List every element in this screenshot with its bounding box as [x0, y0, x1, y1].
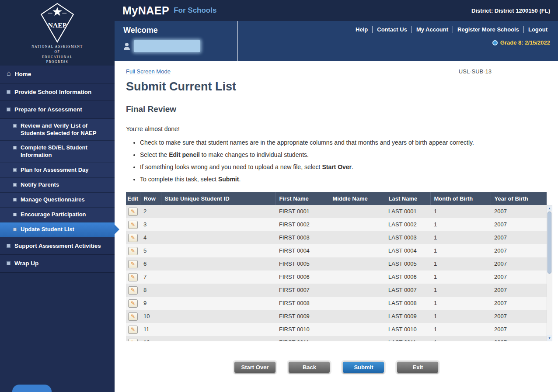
cell-last-name: LAST 0009 — [385, 310, 430, 323]
sidebar-item-label: Home — [15, 70, 31, 78]
register-more-schools-link[interactable]: Register More Schools — [453, 26, 523, 33]
edit-row-button[interactable]: ✎ — [128, 299, 138, 308]
submit-button[interactable]: Submit — [342, 361, 384, 373]
cell-row: 10 — [140, 310, 161, 323]
cell-middle-name — [329, 297, 385, 310]
edit-cell: ✎ — [126, 257, 140, 271]
scroll-up-button[interactable]: ▲ — [547, 205, 552, 211]
cell-last-name: LAST 0001 — [385, 205, 430, 218]
edit-row-button[interactable]: ✎ — [128, 312, 138, 321]
sidebar-item-plan-for-assessment-day[interactable]: Plan for Assessment Day — [0, 163, 115, 178]
cell-month: 1 — [430, 257, 491, 271]
sidebar-item-manage-questionnaires[interactable]: Manage Questionnaires — [0, 193, 115, 208]
edit-row-button[interactable]: ✎ — [128, 234, 138, 242]
scroll-down-button[interactable]: ▼ — [547, 335, 552, 341]
exit-button[interactable]: Exit — [397, 361, 439, 373]
sidebar-item-complete-sdel-student-information[interactable]: Complete SD/EL Student Information — [0, 141, 115, 163]
cell-middle-name — [329, 323, 385, 336]
sidebar-item-encourage-participation[interactable]: Encourage Participation — [0, 208, 115, 222]
cell-state-id — [161, 310, 276, 323]
edit-row-button[interactable]: ✎ — [128, 221, 138, 229]
sidebar-item-wrap-up[interactable]: Wrap Up — [0, 255, 115, 273]
column-header-first-name: First Name — [276, 192, 329, 205]
edit-row-button[interactable]: ✎ — [128, 326, 138, 334]
scroll-up-icon: ▲ — [548, 207, 551, 210]
edit-row-button[interactable]: ✎ — [128, 260, 138, 268]
pencil-icon: ✎ — [131, 261, 135, 267]
sidebar-item-support-assessment-activities[interactable]: Support Assessment Activities — [0, 237, 115, 255]
cell-state-id — [161, 257, 276, 271]
sidebar-item-label: Manage Questionnaires — [21, 196, 85, 204]
cell-state-id — [161, 297, 276, 310]
menu-bullet-icon — [13, 183, 17, 187]
user-name-redacted — [134, 40, 200, 52]
instructions-list: Check to make sure that student names ar… — [129, 138, 500, 184]
edit-cell: ✎ — [126, 310, 140, 323]
logo-acronym: NAEP — [48, 21, 67, 29]
section-title: Final Review — [126, 104, 547, 114]
edit-row-button[interactable]: ✎ — [128, 247, 138, 255]
cell-first-name: FIRST 0011 — [276, 336, 329, 341]
pencil-icon: ✎ — [131, 340, 135, 341]
edit-row-button[interactable]: ✎ — [128, 339, 138, 342]
cell-first-name: FIRST 0003 — [276, 231, 329, 244]
edit-row-button[interactable]: ✎ — [128, 273, 138, 281]
welcome-header: Welcome Help Contact Us My Account Regis… — [115, 21, 558, 61]
sidebar-item-provide-school-information[interactable]: Provide School Information — [0, 83, 115, 101]
cell-month: 1 — [430, 310, 491, 323]
edit-row-button[interactable]: ✎ — [128, 286, 138, 295]
cell-year: 2007 — [491, 205, 547, 218]
cell-middle-name — [329, 271, 385, 284]
table-row: ✎9FIRST 0008LAST 000812007 — [126, 297, 547, 310]
user-info — [123, 40, 200, 52]
cell-row: 9 — [140, 297, 161, 310]
column-header-edit: Edit — [126, 192, 140, 205]
cell-year: 2007 — [491, 271, 547, 284]
logout-link[interactable]: Logout — [523, 26, 552, 33]
back-button[interactable]: Back — [288, 361, 330, 373]
cell-first-name: FIRST 0010 — [276, 323, 329, 336]
cell-last-name: LAST 0003 — [385, 231, 430, 244]
cell-state-id — [161, 271, 276, 284]
bottom-left-partial-button[interactable] — [12, 385, 52, 392]
sidebar-item-review-and-verify-list[interactable]: Review and Verify List of Students Selec… — [0, 119, 115, 141]
cell-last-name: LAST 0006 — [385, 271, 430, 284]
sidebar-item-prepare-for-assessment[interactable]: Prepare for Assessment — [0, 101, 115, 119]
cell-year: 2007 — [491, 310, 547, 323]
help-link[interactable]: Help — [351, 26, 372, 33]
table-scrollbar[interactable]: ▲ ▼ — [547, 205, 552, 341]
full-screen-mode-link[interactable]: Full Screen Mode — [126, 68, 171, 75]
sidebar-item-home[interactable]: ⌂ Home — [0, 66, 115, 83]
contact-us-link[interactable]: Contact Us — [372, 26, 412, 33]
top-header: MyNAEP For Schools District: District 12… — [115, 0, 558, 21]
brand-title: MyNAEP — [122, 4, 169, 17]
start-over-button[interactable]: Start Over — [234, 361, 276, 373]
cell-row: 6 — [140, 257, 161, 271]
cell-month: 1 — [430, 271, 491, 284]
cell-year: 2007 — [491, 257, 547, 271]
sidebar-item-notify-parents[interactable]: Notify Parents — [0, 178, 115, 193]
intro-text: You're almost done! — [126, 125, 547, 132]
pencil-icon: ✎ — [131, 274, 135, 280]
cell-first-name: FIRST 0008 — [276, 297, 329, 310]
sidebar-item-label: Encourage Participation — [21, 211, 86, 219]
my-account-link[interactable]: My Account — [412, 26, 453, 33]
table-row: ✎6FIRST 0005LAST 000512007 — [126, 257, 547, 271]
scrollbar-thumb[interactable] — [548, 212, 551, 274]
sidebar-item-label: Support Assessment Activities — [14, 242, 101, 250]
edit-row-button[interactable]: ✎ — [128, 208, 138, 216]
cell-month: 1 — [430, 297, 491, 310]
sidebar-item-update-student-list[interactable]: Update Student List — [0, 222, 115, 237]
menu-bullet-icon — [7, 108, 10, 111]
cell-last-name: LAST 0010 — [385, 323, 430, 336]
cell-last-name: LAST 0005 — [385, 257, 430, 271]
naep-logo-shield: NAEP — [38, 3, 77, 43]
table-row: ✎7FIRST 0006LAST 000612007 — [126, 271, 547, 284]
pencil-icon: ✎ — [131, 235, 135, 241]
sidebar-item-label: Complete SD/EL Student Information — [21, 144, 109, 159]
menu-bullet-icon — [13, 146, 17, 149]
cell-first-name: FIRST 0006 — [276, 271, 329, 284]
naep-logo: NAEP NATIONAL ASSESSMENT OF EDUCATIONAL … — [0, 0, 115, 66]
cell-month: 1 — [430, 218, 491, 231]
cell-last-name: LAST 0011 — [385, 336, 430, 341]
